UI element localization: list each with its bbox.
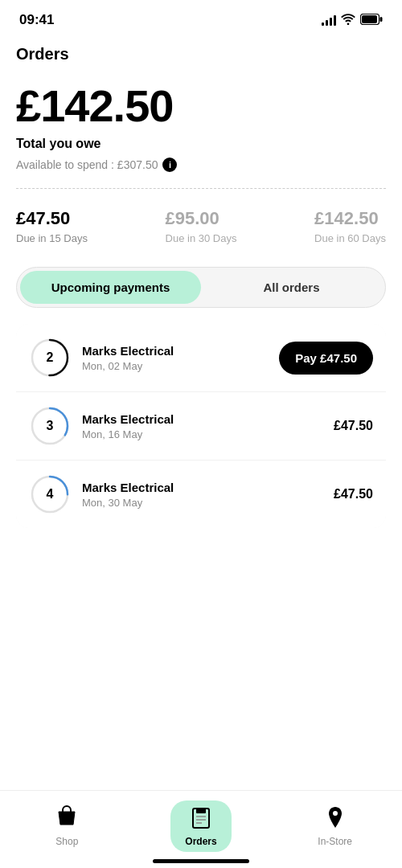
installment-badge-1: 2 bbox=[29, 337, 71, 379]
available-spend-row: Available to spend : £307.50 i bbox=[16, 158, 386, 172]
installment-number-1: 2 bbox=[47, 350, 54, 365]
nav-item-shop[interactable]: Shop bbox=[0, 805, 134, 847]
order-merchant-3: Marks Electrical bbox=[82, 481, 322, 494]
order-info-1: Marks Electrical Mon, 02 May bbox=[82, 344, 268, 372]
status-time: 09:41 bbox=[19, 12, 54, 28]
order-merchant-2: Marks Electrical bbox=[82, 412, 322, 426]
nav-label-instore: In-Store bbox=[318, 836, 352, 847]
shop-icon bbox=[55, 805, 78, 833]
breakdown-amount-15: £47.50 bbox=[16, 208, 88, 229]
breakdown-60-days: £142.50 Due in 60 Days bbox=[314, 208, 386, 244]
order-info-2: Marks Electrical Mon, 16 May bbox=[82, 412, 322, 440]
instore-icon bbox=[326, 805, 345, 833]
breakdown-30-days: £95.00 Due in 30 Days bbox=[166, 208, 237, 244]
breakdown-amount-30: £95.00 bbox=[166, 208, 237, 229]
tab-all-orders[interactable]: All orders bbox=[201, 271, 382, 304]
svg-rect-10 bbox=[196, 809, 206, 813]
status-icons bbox=[322, 14, 383, 27]
breakdown-label-15: Due in 15 Days bbox=[16, 232, 88, 244]
breakdown-15-days: £47.50 Due in 15 Days bbox=[16, 208, 88, 244]
svg-rect-1 bbox=[380, 17, 383, 22]
total-label: Total you owe bbox=[16, 137, 386, 151]
bottom-nav: Shop Orders In-Store bbox=[0, 790, 402, 868]
order-action-2: £47.50 bbox=[334, 419, 373, 433]
breakdown-amount-60: £142.50 bbox=[314, 208, 386, 229]
order-amount-3: £47.50 bbox=[334, 487, 373, 502]
pay-button-1[interactable]: Pay £47.50 bbox=[279, 342, 373, 375]
breakdown-label-30: Due in 30 Days bbox=[166, 232, 237, 244]
battery-icon bbox=[360, 14, 383, 27]
order-item-3: 4 Marks Electrical Mon, 30 May £47.50 bbox=[16, 461, 386, 528]
orders-icon bbox=[190, 805, 212, 833]
order-action-1[interactable]: Pay £47.50 bbox=[279, 342, 373, 375]
dotted-divider bbox=[16, 188, 386, 189]
nav-item-orders[interactable]: Orders bbox=[134, 800, 269, 852]
signal-icon bbox=[322, 14, 336, 26]
order-info-3: Marks Electrical Mon, 30 May bbox=[82, 481, 322, 509]
orders-list: 2 Marks Electrical Mon, 02 May Pay £47.5… bbox=[16, 324, 386, 528]
order-date-3: Mon, 30 May bbox=[82, 497, 322, 509]
order-merchant-1: Marks Electrical bbox=[82, 344, 268, 358]
svg-rect-2 bbox=[362, 15, 377, 23]
order-action-3: £47.50 bbox=[334, 487, 373, 502]
breakdown-label-60: Due in 60 Days bbox=[314, 232, 386, 244]
tab-upcoming-payments[interactable]: Upcoming payments bbox=[20, 271, 201, 304]
status-bar: 09:41 bbox=[0, 0, 402, 35]
order-item-2: 3 Marks Electrical Mon, 16 May £47.50 bbox=[16, 392, 386, 461]
available-spend-text: Available to spend : £307.50 bbox=[16, 158, 158, 171]
wifi-icon bbox=[341, 14, 355, 27]
installment-badge-3: 4 bbox=[29, 473, 71, 515]
order-date-2: Mon, 16 May bbox=[82, 428, 322, 440]
nav-item-instore[interactable]: In-Store bbox=[268, 805, 402, 847]
order-item-1: 2 Marks Electrical Mon, 02 May Pay £47.5… bbox=[16, 324, 386, 392]
order-date-1: Mon, 02 May bbox=[82, 360, 268, 372]
installment-badge-2: 3 bbox=[29, 405, 71, 447]
nav-active-pill-orders: Orders bbox=[170, 800, 231, 852]
main-content: Orders £142.50 Total you owe Available t… bbox=[0, 35, 402, 624]
nav-label-shop: Shop bbox=[55, 836, 78, 847]
home-indicator bbox=[153, 859, 249, 863]
installment-number-2: 3 bbox=[47, 419, 54, 433]
page-title: Orders bbox=[16, 45, 386, 63]
installment-number-3: 4 bbox=[47, 487, 54, 502]
total-amount: £142.50 bbox=[16, 80, 386, 132]
info-icon[interactable]: i bbox=[162, 158, 177, 172]
svg-point-14 bbox=[333, 811, 338, 816]
payment-breakdown: £47.50 Due in 15 Days £95.00 Due in 30 D… bbox=[16, 208, 386, 244]
order-amount-2: £47.50 bbox=[334, 419, 373, 433]
tab-toggle: Upcoming payments All orders bbox=[16, 267, 386, 308]
nav-label-orders: Orders bbox=[185, 836, 216, 847]
